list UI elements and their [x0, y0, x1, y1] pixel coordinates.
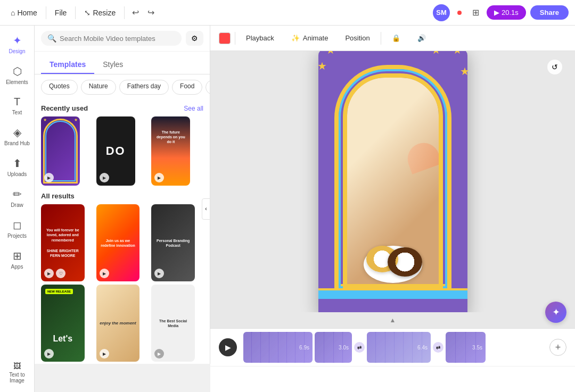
- add-scene-button[interactable]: +: [549, 339, 566, 356]
- tab-templates[interactable]: Templates: [41, 56, 94, 74]
- toolbar-divider-2: [381, 32, 381, 45]
- result-card-1[interactable]: You will forever be loved, adored and re…: [41, 204, 85, 281]
- recent-card-3[interactable]: The future depends on you do it ▶: [151, 116, 190, 186]
- undo-button[interactable]: ↩: [129, 4, 142, 21]
- chip-quotes-label: Quotes: [49, 82, 70, 90]
- play-icon-r2: ▶: [100, 269, 109, 278]
- result-card-5-text: enjoy the moment: [100, 320, 137, 326]
- avatar-button[interactable]: SM: [433, 4, 450, 21]
- search-input[interactable]: [60, 35, 175, 43]
- live-presence-button[interactable]: [454, 7, 465, 18]
- chip-nature[interactable]: Nature: [81, 80, 116, 95]
- resize-icon: ⤡: [84, 9, 91, 17]
- timeline-track: 6.9s 3.0s ⇄: [243, 332, 543, 363]
- transition-2[interactable]: ⇄: [433, 342, 443, 353]
- design-label: Design: [9, 48, 25, 54]
- reset-icon: ↺: [552, 63, 558, 71]
- track-segment-2[interactable]: 3.0s: [315, 332, 352, 363]
- play-icon-r3: ▶: [154, 269, 164, 278]
- sidebar-item-draw[interactable]: ✏ Draw: [2, 184, 32, 212]
- result-card-6[interactable]: The Best Social Media ▶: [151, 285, 195, 362]
- topbar: ⌂ Home File ⤡ Resize ↩ ↪ SM ⊞ ▶: [0, 0, 575, 26]
- chevron-left-icon: ‹: [205, 206, 207, 212]
- play-button[interactable]: ▶: [219, 338, 237, 356]
- projects-icon: ◻: [13, 219, 22, 231]
- all-results-title: All results: [35, 188, 210, 202]
- ai-assistant-button[interactable]: ✦: [545, 302, 566, 323]
- reset-handle-button[interactable]: ↺: [547, 60, 562, 74]
- track-segment-4[interactable]: 3.5s: [446, 332, 486, 363]
- result-card-5[interactable]: enjoy the moment ▶: [96, 285, 140, 362]
- segment-1-duration: 6.9s: [299, 345, 309, 351]
- segment-4-duration: 3.5s: [472, 345, 482, 351]
- sidebar-item-text-to-image[interactable]: 🖼 Text to Image: [2, 357, 32, 388]
- animate-button[interactable]: ✨ Animate: [285, 31, 335, 45]
- sidebar-item-uploads[interactable]: ⬆ Uploads: [2, 153, 32, 181]
- chip-fathers-day[interactable]: Fathers day: [119, 80, 169, 95]
- result-card-2[interactable]: Join us as we redefine innovation ▶: [96, 204, 140, 281]
- redo-button[interactable]: ↪: [144, 4, 158, 21]
- file-label: File: [55, 9, 67, 17]
- track-segment-1[interactable]: 6.9s: [243, 332, 313, 363]
- transition-1[interactable]: ⇄: [354, 342, 365, 353]
- bottom-deco: [318, 288, 467, 313]
- lock-button[interactable]: 🔒: [385, 31, 407, 45]
- see-all-button[interactable]: See all: [184, 105, 203, 112]
- elements-icon: ⬡: [13, 65, 22, 78]
- star-r: ★: [460, 65, 470, 78]
- toolbar-divider-1: [235, 32, 235, 45]
- sound-button[interactable]: 🔊: [411, 31, 432, 45]
- result-card-3[interactable]: Personal Branding Podcast ▶: [151, 204, 195, 281]
- canvas-toolbar: Playback ✨ Animate Position 🔒 🔊: [210, 26, 575, 51]
- timeline-collapse-bar: ▲: [210, 312, 575, 328]
- panel-scroll: Quotes Nature Fathers day Food › Recent: [35, 74, 210, 364]
- resize-label: Resize: [93, 9, 116, 17]
- track-segment-3[interactable]: 6.4s: [367, 332, 431, 363]
- panel-wrapper: 🔍 ⚙ Templates Styles: [35, 26, 210, 392]
- play-icon-recent-1: ▶: [44, 173, 54, 182]
- timer-button[interactable]: ▶ 20.1s: [487, 5, 526, 20]
- filter-button[interactable]: ⚙: [186, 31, 203, 46]
- share-label: Share: [540, 9, 559, 16]
- sidebar-item-design[interactable]: ✦ Design: [2, 30, 32, 59]
- result-card-4-text: Let's: [44, 333, 81, 344]
- brand-hub-icon: ◈: [13, 126, 21, 139]
- segment-3-duration: 6.4s: [417, 345, 428, 351]
- elements-label: Elements: [6, 79, 28, 85]
- home-button[interactable]: ⌂ Home: [6, 6, 42, 19]
- panel-hide-button[interactable]: ‹: [202, 198, 210, 220]
- chip-nature-label: Nature: [89, 82, 108, 90]
- result-card-4[interactable]: NEW RELEASE Let's ▶: [41, 285, 85, 362]
- file-button[interactable]: File: [51, 6, 71, 19]
- add-label: +: [555, 342, 561, 353]
- share-button[interactable]: Share: [530, 5, 569, 20]
- tab-styles[interactable]: Styles: [94, 56, 132, 74]
- timeline-collapse-button[interactable]: ▲: [388, 314, 398, 326]
- recently-used-title: Recently used: [41, 104, 88, 112]
- sidebar-item-projects[interactable]: ◻ Projects: [2, 214, 32, 243]
- live-dot: [457, 11, 462, 15]
- recent-card-2[interactable]: DO ▶: [96, 116, 135, 186]
- uploads-label: Uploads: [7, 171, 27, 177]
- resize-button[interactable]: ⤡ Resize: [80, 6, 120, 19]
- recent-card-1[interactable]: ★ ★ ▶: [41, 116, 80, 186]
- position-label: Position: [345, 34, 369, 42]
- sidebar-item-text[interactable]: T Text: [2, 91, 32, 120]
- text-icon: T: [14, 96, 20, 108]
- divider-1: [46, 6, 46, 19]
- brand-hub-label: Brand Hub: [4, 140, 30, 146]
- grid-view-button[interactable]: ⊞: [469, 4, 482, 21]
- position-button[interactable]: Position: [339, 31, 376, 45]
- text-label: Text: [12, 110, 22, 115]
- chevron-down-icon: ▲: [390, 316, 396, 324]
- sidebar-item-brand-hub[interactable]: ◈ Brand Hub: [2, 122, 32, 151]
- chip-food[interactable]: Food: [172, 80, 202, 95]
- color-swatch[interactable]: [219, 32, 231, 44]
- sidebar-item-apps[interactable]: ⊞ Apps: [2, 245, 32, 274]
- chip-more[interactable]: ›: [206, 80, 210, 95]
- chip-quotes[interactable]: Quotes: [41, 80, 78, 95]
- recent-card-2-text: DO: [100, 144, 132, 159]
- sidebar-item-elements[interactable]: ⬡ Elements: [2, 61, 32, 89]
- playback-button[interactable]: Playback: [240, 31, 281, 45]
- animate-label: Animate: [303, 34, 328, 42]
